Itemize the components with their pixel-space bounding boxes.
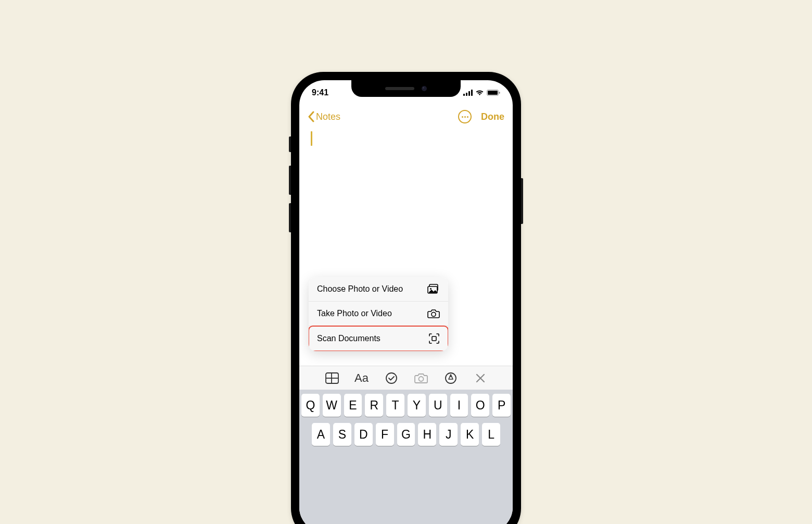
svg-point-16 <box>418 377 423 381</box>
key-p[interactable]: P <box>492 394 511 417</box>
note-editor[interactable] <box>299 128 513 264</box>
svg-rect-0 <box>463 94 465 96</box>
svg-rect-11 <box>432 336 436 341</box>
camera-tool[interactable] <box>412 369 430 387</box>
svg-rect-2 <box>468 91 470 96</box>
svg-point-10 <box>432 313 436 317</box>
pencil-tip-icon <box>445 372 457 384</box>
menu-item-label: Scan Documents <box>317 334 380 343</box>
key-q[interactable]: Q <box>301 394 320 417</box>
wifi-icon <box>475 90 484 96</box>
table-tool[interactable] <box>323 369 341 387</box>
key-f[interactable]: F <box>376 423 394 446</box>
status-indicators <box>463 90 500 96</box>
key-w[interactable]: W <box>323 394 341 417</box>
key-t[interactable]: T <box>386 394 404 417</box>
key-j[interactable]: J <box>439 423 458 446</box>
key-r[interactable]: R <box>365 394 383 417</box>
key-a[interactable]: A <box>312 423 330 446</box>
notch <box>351 80 461 97</box>
keyboard: Q W E R T Y U I O P A S D F G H J K L <box>299 390 513 524</box>
attachment-menu: Choose Photo or Video Take Photo or Vide… <box>309 277 448 351</box>
svg-rect-3 <box>471 90 473 96</box>
volume-down-button <box>289 203 291 232</box>
text-format-tool[interactable]: Aa <box>353 369 371 387</box>
key-e[interactable]: E <box>344 394 362 417</box>
more-menu-button[interactable] <box>458 110 472 123</box>
close-keyboard-tool[interactable] <box>472 369 489 387</box>
cellular-icon <box>463 90 473 96</box>
text-cursor <box>311 131 312 146</box>
key-g[interactable]: G <box>397 423 415 446</box>
checklist-tool[interactable] <box>383 369 400 387</box>
key-u[interactable]: U <box>429 394 447 417</box>
front-camera <box>422 86 427 91</box>
formatting-toolbar: Aa <box>299 366 513 390</box>
status-time: 9:41 <box>312 88 328 97</box>
volume-up-button <box>289 166 291 195</box>
menu-item-choose-photo[interactable]: Choose Photo or Video <box>309 277 448 302</box>
phone-frame: 9:41 <box>291 72 521 524</box>
checkmark-circle-icon <box>385 372 398 384</box>
menu-item-take-photo[interactable]: Take Photo or Video <box>309 302 448 326</box>
speaker-grill <box>385 87 414 90</box>
back-button[interactable]: Notes <box>308 111 340 122</box>
svg-rect-1 <box>466 93 467 96</box>
svg-point-9 <box>430 288 432 290</box>
key-l[interactable]: L <box>482 423 500 446</box>
keyboard-row-1: Q W E R T Y U I O P <box>301 394 511 417</box>
back-label: Notes <box>316 111 340 122</box>
markup-tool[interactable] <box>442 369 460 387</box>
camera-icon <box>427 308 440 319</box>
menu-item-label: Choose Photo or Video <box>317 284 403 294</box>
key-s[interactable]: S <box>333 423 351 446</box>
key-o[interactable]: O <box>471 394 489 417</box>
svg-point-15 <box>386 373 397 383</box>
navigation-bar: Notes Done <box>299 105 513 128</box>
photo-stack-icon <box>427 284 440 294</box>
menu-item-scan-documents[interactable]: Scan Documents <box>309 326 448 351</box>
screen: 9:41 <box>299 80 513 524</box>
svg-rect-6 <box>499 92 500 94</box>
scan-icon <box>428 333 440 344</box>
battery-icon <box>487 90 500 96</box>
keyboard-row-2: A S D F G H J K L <box>301 423 511 446</box>
menu-item-label: Take Photo or Video <box>317 309 392 318</box>
table-icon <box>325 372 339 384</box>
key-i[interactable]: I <box>450 394 468 417</box>
svg-rect-5 <box>488 91 498 95</box>
mute-switch <box>289 136 291 152</box>
key-d[interactable]: D <box>354 423 373 446</box>
key-k[interactable]: K <box>461 423 479 446</box>
close-icon <box>475 373 486 383</box>
key-y[interactable]: Y <box>408 394 426 417</box>
chevron-left-icon <box>308 111 315 122</box>
power-button <box>521 178 523 224</box>
camera-icon <box>414 372 428 384</box>
done-button[interactable]: Done <box>481 111 504 122</box>
key-h[interactable]: H <box>418 423 436 446</box>
